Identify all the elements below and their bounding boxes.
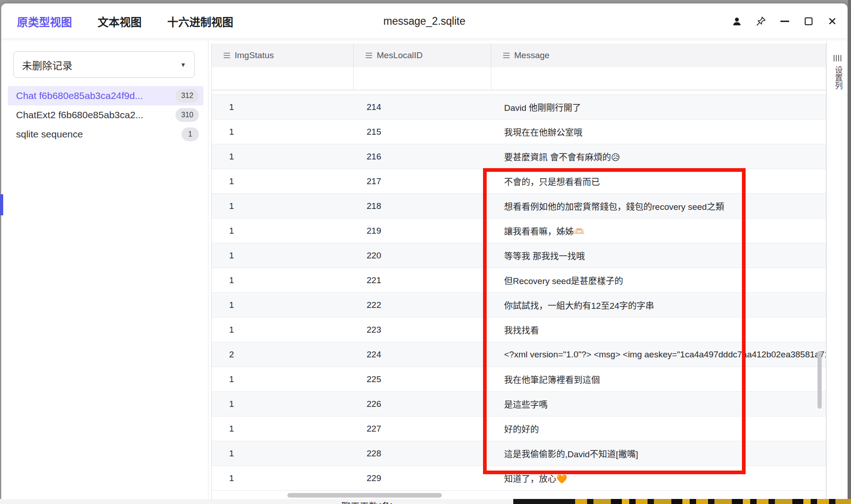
tab-original-type-view[interactable]: 原类型视图	[17, 13, 72, 29]
table-row[interactable]: 1218想看看例如他的加密貨幣錢包，錢包的recovery seed之類	[212, 194, 826, 219]
screen: 原类型视图 文本视图 十六进制视图 message_2.sqlite	[0, 0, 851, 504]
table-row[interactable]: 1215我現在在他辦公室哦	[212, 120, 826, 144]
table-row[interactable]: 1228這是我偷偷影的,David不知道[撇嘴]	[212, 441, 826, 466]
cell-message: 我找找看	[491, 323, 826, 336]
cell-meslocalid: 218	[354, 201, 491, 211]
cell-meslocalid: 227	[354, 424, 491, 434]
column-header-label: ImgStatus	[235, 50, 274, 60]
cell-meslocalid: 224	[354, 350, 491, 360]
columns-icon	[834, 55, 842, 61]
filter-input-meslocalid[interactable]	[354, 67, 491, 90]
table-name: ChatExt2 f6b680e85ab3ca2...	[16, 110, 143, 121]
vertical-scrollbar[interactable]	[818, 351, 822, 409]
cell-imgstatus: 1	[212, 325, 354, 335]
column-header-imgstatus[interactable]: ImgStatus	[212, 44, 354, 67]
window-controls: ✕	[731, 4, 838, 39]
table-row[interactable]: 1220等等我 那我找一找哦	[212, 243, 826, 268]
cell-message: 知道了，放心🧡	[491, 472, 826, 484]
sidebar-table-item[interactable]: ChatExt2 f6b680e85ab3ca2...310	[8, 105, 203, 125]
cell-message: 讓我看看嘛，姊姊🫶🏻	[491, 225, 826, 237]
column-header-meslocalid[interactable]: MesLocalID	[354, 44, 491, 67]
partial-row	[212, 90, 826, 95]
cell-imgstatus: 1	[212, 251, 354, 261]
sidebar-table-item[interactable]: Chat f6b680e85ab3ca24f9d...312	[8, 86, 203, 105]
cell-meslocalid: 226	[354, 399, 491, 409]
horizontal-scrollbar[interactable]	[287, 493, 442, 498]
column-menu-icon	[224, 53, 230, 58]
table-row[interactable]: 1223我找找看	[212, 318, 826, 342]
close-icon[interactable]: ✕	[826, 16, 838, 27]
cell-meslocalid: 223	[354, 325, 491, 335]
tab-text-view[interactable]: 文本视图	[98, 13, 142, 29]
cell-meslocalid: 221	[354, 275, 491, 285]
cell-message: 我在他筆記簿裡看到這個	[491, 373, 826, 385]
minimize-icon[interactable]	[779, 16, 791, 27]
cell-imgstatus: 1	[212, 102, 354, 112]
table-row[interactable]: 1227好的好的	[212, 416, 826, 441]
table-row[interactable]: 1226是這些字嗎	[212, 392, 826, 416]
column-header-message[interactable]: Message	[491, 44, 826, 67]
cell-message: 想看看例如他的加密貨幣錢包，錢包的recovery seed之類	[491, 200, 826, 212]
table-row[interactable]: 1216要甚麼資訊 會不會有麻煩的😥	[212, 144, 826, 169]
column-header-label: MesLocalID	[377, 50, 423, 60]
cell-message: 要甚麼資訊 會不會有麻煩的😥	[491, 150, 826, 163]
background-window-sliver	[0, 194, 3, 215]
filter-input-message[interactable]	[491, 67, 826, 90]
pin-icon[interactable]	[755, 16, 767, 27]
cell-imgstatus: 1	[212, 374, 354, 384]
table-row[interactable]: 1225我在他筆記簿裡看到這個	[212, 367, 826, 392]
cell-message: 好的好的	[491, 422, 826, 435]
cell-imgstatus: 1	[212, 300, 354, 310]
tab-hex-view[interactable]: 十六进制视图	[167, 13, 233, 29]
cell-imgstatus: 1	[212, 201, 354, 211]
cell-message: 我現在在他辦公室哦	[491, 126, 826, 138]
cell-message: 等等我 那我找一找哦	[491, 249, 826, 262]
horizontal-scrollbar-track	[212, 491, 826, 499]
table-name: Chat f6b680e85ab3ca24f9d...	[16, 90, 143, 101]
maximize-icon[interactable]	[802, 16, 814, 27]
filter-input-imgstatus[interactable]	[212, 67, 354, 90]
record-filter-dropdown[interactable]: 未删除记录 ▼	[13, 51, 195, 78]
record-filter-value: 未删除记录	[22, 57, 72, 72]
cell-meslocalid: 228	[354, 449, 491, 459]
background-gold-pattern	[575, 499, 851, 504]
cell-message: 但Recovery seed是甚麼樣子的	[491, 274, 826, 286]
table-row[interactable]: 1229知道了，放心🧡	[212, 466, 826, 491]
user-icon[interactable]	[731, 16, 743, 27]
cell-meslocalid: 219	[354, 226, 491, 236]
cell-imgstatus: 1	[212, 275, 354, 285]
table-list: Chat f6b680e85ab3ca24f9d...312ChatExt2 f…	[8, 86, 203, 144]
column-settings-button[interactable]: 设置列	[827, 55, 848, 89]
column-settings-label: 设置列	[832, 66, 843, 89]
cell-message: 你試試找，一組大約有12至24字的字串	[491, 299, 826, 311]
table-row[interactable]: 2224<?xml version="1.0"?> <msg> <img aes…	[212, 342, 826, 367]
cell-imgstatus: 1	[212, 152, 354, 162]
cell-meslocalid: 222	[354, 300, 491, 310]
cell-imgstatus: 1	[212, 399, 354, 409]
cell-imgstatus: 1	[212, 424, 354, 434]
cell-imgstatus: 1	[212, 176, 354, 186]
cell-meslocalid: 215	[354, 127, 491, 137]
cell-imgstatus: 1	[212, 226, 354, 236]
table-row[interactable]: 1217不會的，只是想看看而已	[212, 169, 826, 194]
background-clipped-text: 聊天天数(条)	[341, 499, 393, 504]
column-menu-icon	[503, 53, 510, 58]
cell-imgstatus: 1	[212, 127, 354, 137]
cell-meslocalid: 225	[354, 374, 491, 384]
cell-message: 不會的，只是想看看而已	[491, 175, 826, 187]
view-tabs: 原类型视图 文本视图 十六进制视图	[17, 4, 233, 39]
table-name: sqlite sequence	[16, 129, 83, 140]
table-row[interactable]: 1221但Recovery seed是甚麼樣子的	[212, 268, 826, 293]
titlebar: 原类型视图 文本视图 十六进制视图 message_2.sqlite	[1, 4, 847, 39]
cell-message: <?xml version="1.0"?> <msg> <img aeskey=…	[491, 350, 826, 360]
app-window: 原类型视图 文本视图 十六进制视图 message_2.sqlite	[1, 3, 848, 499]
cell-message: 這是我偷偷影的,David不知道[撇嘴]	[491, 447, 826, 460]
grid-header: ImgStatus MesLocalID Message	[212, 44, 826, 67]
sidebar-table-item[interactable]: sqlite sequence1	[8, 125, 203, 144]
grid-rows: 1214David 他剛剛行開了1215我現在在他辦公室哦1216要甚麼資訊 會…	[212, 95, 826, 491]
cell-imgstatus: 2	[212, 350, 354, 360]
table-row[interactable]: 1222你試試找，一組大約有12至24字的字串	[212, 293, 826, 318]
background-bottom-strip: 聊天天数(条)	[0, 499, 851, 504]
table-row[interactable]: 1214David 他剛剛行開了	[212, 95, 826, 120]
table-row[interactable]: 1219讓我看看嘛，姊姊🫶🏻	[212, 219, 826, 243]
